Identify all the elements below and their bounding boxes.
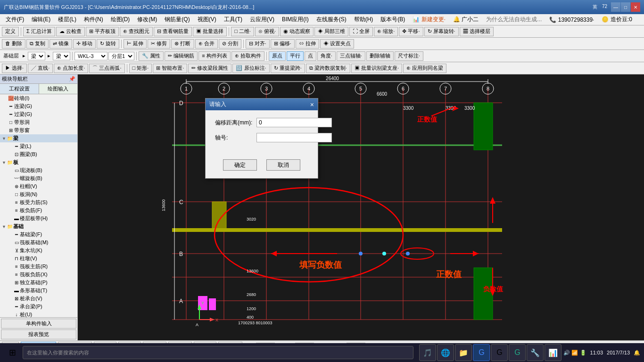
menu-layer[interactable]: 楼层(L) (54, 15, 80, 25)
tb-view-rebar[interactable]: ⊟ 查看钢筋量 (154, 27, 192, 36)
menu-version[interactable]: 版本号(B) (377, 15, 409, 25)
tb-define[interactable]: 定义 (2, 27, 19, 36)
menu-draw[interactable]: 绘图(D) (107, 15, 134, 25)
tb-smart-place[interactable]: ⊞ 智能布置· (153, 64, 187, 73)
tree-item-loudaiban[interactable]: ▬ 楼层板带(H) (0, 214, 77, 222)
menu-price[interactable]: 🪙 造价豆:0 (598, 15, 636, 25)
tb-merge[interactable]: ⊕ 合并 (195, 39, 218, 49)
tb-type1-select[interactable]: 梁 (28, 52, 45, 60)
tb-origin[interactable]: 原点 (269, 51, 286, 61)
tb-align[interactable]: ⊟ 对齐· (246, 39, 270, 49)
taskbar-app5[interactable]: G (491, 344, 508, 361)
tree-item-daixingdong[interactable]: □ 带形洞 (0, 118, 77, 126)
tb-dynamic-view[interactable]: ◉ 动态观察 (280, 27, 314, 36)
tree-item-daixingchuang[interactable]: ⊞ 带形窗 (0, 126, 77, 134)
tree-item-guoliang[interactable]: ━ 过梁(G) (0, 110, 77, 118)
tree-item-liang-folder[interactable]: ▼ 📁 梁 (0, 134, 77, 142)
tb-2d[interactable]: □ 二维· (231, 27, 254, 36)
tb-batch-select[interactable]: ▣ 批量选择 (193, 27, 227, 36)
tb-select-floor[interactable]: ☰ 选择楼层 (460, 27, 494, 36)
start-btn[interactable]: ⊞ (4, 344, 21, 361)
tb-del-aux[interactable]: 删除辅轴 (366, 51, 394, 61)
menu-rebar[interactable]: 钢筋量(Q) (161, 15, 193, 25)
menu-view[interactable]: 视图(V) (194, 15, 220, 25)
canvas-area[interactable]: 1 2 3 4 5 6 7 8 D C B A 26400 6600 3300 … (78, 74, 644, 340)
tree-item-liang[interactable]: ━ 梁(L) (0, 142, 77, 150)
tb-re-span[interactable]: ↻ 重提梁跨· (271, 64, 305, 73)
tb-3axis[interactable]: 三点辐轴· (337, 51, 365, 61)
tb-top-view[interactable]: ⊙ 俯视· (255, 27, 279, 36)
tb-dim[interactable]: 尺寸标注· (395, 51, 423, 61)
tree-item-jichuliang[interactable]: ━ 基础梁(F) (0, 230, 77, 239)
tb-rotate[interactable]: ↻ 屏幕旋转· (424, 27, 459, 36)
tree-item-bandong[interactable]: □ 板洞(N) (0, 190, 77, 198)
tb-comp-list[interactable]: ≡ 构件列表 (198, 51, 230, 61)
tree-item-jichu-folder[interactable]: ▼ 📁 基础 (0, 222, 77, 230)
dialog-cancel-btn[interactable]: 取消 (266, 159, 300, 171)
sidebar-tab-project[interactable]: 工程设置 (0, 84, 39, 94)
tree-item-fabanfujin[interactable]: ≡ 筏板负筋(X) (0, 271, 77, 279)
minimize-btn[interactable]: — (611, 2, 620, 12)
dialog-input-axis[interactable] (256, 133, 332, 142)
tb-align-slab[interactable]: ⊞ 平齐板顶 (86, 27, 119, 36)
taskbar-app8[interactable]: 📊 (545, 344, 561, 361)
tree-item-chengtai[interactable]: ⊠ 桩承台(V) (0, 295, 77, 303)
taskbar-app2[interactable]: 🌐 (437, 344, 454, 361)
tb-trim[interactable]: ✂ 修剪 (148, 39, 170, 49)
tb-cloud-check[interactable]: ☁ 云检查 (56, 27, 85, 36)
menu-modify[interactable]: 修改(M) (133, 15, 161, 25)
tb-angle[interactable]: 角度· (317, 51, 336, 61)
tree-item-fabanzhujin[interactable]: ≡ 筏板主筋(R) (0, 263, 77, 271)
menu-bim[interactable]: BIM应用(I) (278, 15, 313, 25)
close-btn[interactable]: ✕ (631, 2, 640, 12)
dialog-input-offset[interactable] (256, 118, 332, 127)
tb-rotate2[interactable]: ↻ 旋转 (97, 39, 119, 49)
tb-fullscreen[interactable]: ⛶ 全屏 (349, 27, 373, 36)
maximize-btn[interactable]: □ (621, 2, 630, 12)
taskbar-app1[interactable]: 🎵 (419, 344, 436, 361)
tree-item-chengtailiang[interactable]: ━ 承台梁(P) (0, 303, 77, 311)
tree-item-jishukeng[interactable]: ⊻ 集水坑(K) (0, 247, 77, 255)
menu-tools[interactable]: 工具(T) (220, 15, 246, 25)
tree-item-xianjiaoban[interactable]: ▭ 现浇板(B) (0, 166, 77, 174)
taskbar-app6[interactable]: G (509, 344, 526, 361)
menu-component[interactable]: 构件(N) (80, 15, 107, 25)
single-comp-input[interactable]: 单构件输入 (1, 319, 76, 329)
tb-set-grip[interactable]: ◈ 设置夹点 (320, 39, 354, 49)
tb-offset[interactable]: ⊞ 偏移· (271, 39, 295, 49)
tb-pt-len[interactable]: ⊕ 点加长度· (54, 64, 88, 73)
sidebar-tab-draw[interactable]: 绘图输入 (39, 84, 78, 94)
expand-icon[interactable]: ▼ (2, 136, 7, 141)
tb-find-elem[interactable]: ⊕ 查找图元 (120, 27, 153, 36)
tb-delete[interactable]: 🗑 删除 (2, 39, 25, 49)
tb-rect[interactable]: □ 矩形· (129, 64, 152, 73)
tb-pan[interactable]: ✥ 平移· (399, 27, 423, 36)
tb-line[interactable]: ╱ 直线· (28, 64, 53, 73)
menu-phone[interactable]: 📞 13907298339· (545, 16, 598, 24)
tree-item-tiaoxingjc[interactable]: ▬ 条形基础(T) (0, 287, 77, 295)
tree-item-luoxuanban[interactable]: 〰 螺旋板(B) (0, 174, 77, 182)
tb-split[interactable]: ⊘ 分割 (219, 39, 241, 49)
tree-item-dulijc[interactable]: ⊞ 独立基础(P) (0, 279, 77, 287)
tb-zoom[interactable]: ⊕ 缩放· (374, 27, 398, 36)
dialog-close-btn[interactable]: × (310, 101, 314, 108)
tb-pick-comp[interactable]: ⊕ 拾取构件 (231, 51, 264, 61)
tree-item-faban[interactable]: ▭ 筏板基础(M) (0, 239, 77, 247)
menu-cloud[interactable]: 云应用(V) (246, 15, 278, 25)
tree-item-zhudun[interactable]: ⊓ 柱墩(V) (0, 255, 77, 263)
menu-gx2[interactable]: 🔔 广小二 (449, 15, 482, 25)
tb-type2-select[interactable]: 梁 (53, 52, 70, 60)
tb-edit-rebar[interactable]: ✏ 编辑钢筋 (165, 51, 198, 61)
menu-file[interactable]: 文件(F) (2, 15, 28, 25)
tb-orig-annot[interactable]: 🔢 原位标注· (232, 64, 269, 73)
tree-item-banjin[interactable]: ≡ 板负筋(F) (0, 206, 77, 214)
tb-point-angle[interactable]: 点 (305, 51, 316, 61)
tb-calc[interactable]: Σ 汇总计算 (23, 27, 55, 36)
tree-item-quanliang[interactable]: ⊡ 圈梁(B) (0, 150, 77, 158)
expand-icon3[interactable]: ▼ (2, 224, 7, 229)
tb-level-select[interactable]: 分层1 (108, 52, 134, 60)
tb-move[interactable]: ✛ 移动 (73, 39, 96, 49)
report-preview[interactable]: 报表预览 (1, 329, 76, 339)
dialog-ok-btn[interactable]: 确定 (223, 159, 257, 171)
tree-item-ban-folder[interactable]: ▼ 📁 板 (0, 158, 77, 166)
